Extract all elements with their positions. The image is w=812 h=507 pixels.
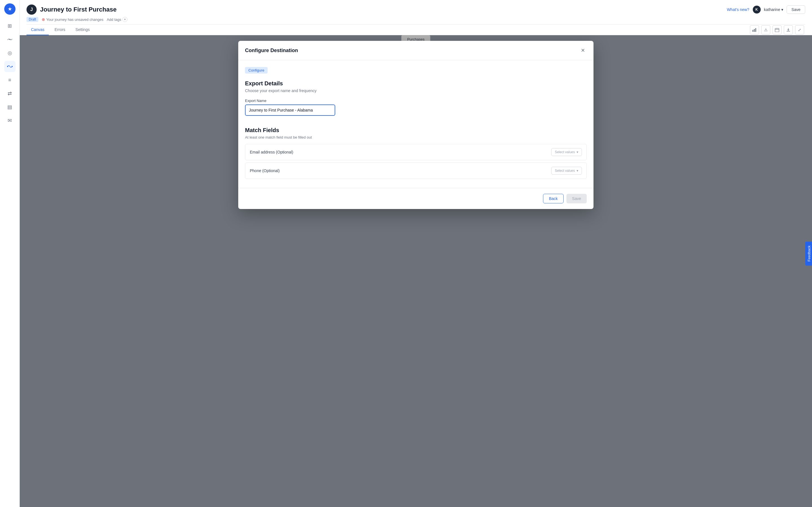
add-tags-plus-icon: + xyxy=(122,17,128,22)
sidebar-item-journey[interactable] xyxy=(4,61,15,72)
tab-settings[interactable]: Settings xyxy=(71,24,94,35)
svg-rect-4 xyxy=(754,29,755,32)
page-title: Journey to First Purchase xyxy=(40,6,116,13)
phone-field-label: Phone (Optional) xyxy=(250,168,280,173)
draft-badge: Draft xyxy=(27,17,38,22)
bar-chart-icon[interactable] xyxy=(750,25,759,34)
export-name-input[interactable] xyxy=(245,105,335,116)
close-icon[interactable]: ✕ xyxy=(579,47,587,54)
match-fields-section: Match Fields At least one match field mu… xyxy=(245,127,587,179)
modal-footer: Back Save xyxy=(238,188,594,209)
unsaved-warning: ⊗ Your journey has unsaved changes xyxy=(42,17,103,22)
page-header: J Journey to First Purchase What's new? … xyxy=(20,0,812,35)
sidebar-item-transfer[interactable]: ⇄ xyxy=(4,88,15,99)
tabs-bar: Canvas Errors Settings ⚠ ⤢ xyxy=(27,24,805,35)
tab-canvas[interactable]: Canvas xyxy=(27,24,49,35)
user-avatar: K xyxy=(753,6,761,13)
calendar-icon[interactable] xyxy=(772,25,781,34)
header-actions: What's new? K katharine ▾ Save xyxy=(727,5,805,14)
save-button[interactable]: Save xyxy=(786,5,805,14)
modal-save-button[interactable]: Save xyxy=(566,194,587,203)
export-details-section: Export Details Choose your export name a… xyxy=(245,80,587,116)
sidebar-item-list[interactable]: ≡ xyxy=(4,74,15,86)
sidebar-item-mail[interactable]: ✉ xyxy=(4,115,15,126)
modal-overlay: Configure Destination ✕ Configure Export… xyxy=(20,35,812,507)
sidebar-item-signal[interactable] xyxy=(4,34,15,45)
phone-match-field: Phone (Optional) Select values ▾ xyxy=(245,163,587,179)
header-top: J Journey to First Purchase What's new? … xyxy=(27,0,805,17)
svg-rect-5 xyxy=(755,28,756,32)
email-match-field: Email address (Optional) Select values ▾ xyxy=(245,144,587,160)
email-select-values-button[interactable]: Select values ▾ xyxy=(551,148,582,156)
warning-triangle-icon[interactable]: ⚠ xyxy=(761,25,770,34)
whats-new-link[interactable]: What's new? xyxy=(727,7,749,12)
svg-point-1 xyxy=(7,66,8,67)
export-details-title: Export Details xyxy=(245,80,587,87)
expand-icon[interactable]: ⤢ xyxy=(795,25,804,34)
svg-point-2 xyxy=(11,66,13,67)
export-name-label: Export Name xyxy=(245,99,587,103)
back-button[interactable]: Back xyxy=(543,194,564,203)
journey-title-row: J Journey to First Purchase xyxy=(27,4,116,15)
sidebar-item-compass[interactable]: ◎ xyxy=(4,47,15,59)
svg-rect-3 xyxy=(753,30,753,32)
canvas-area[interactable]: Purchases Configure Destination ✕ Config… xyxy=(20,35,812,507)
download-icon[interactable] xyxy=(784,25,793,34)
phone-select-values-button[interactable]: Select values ▾ xyxy=(551,167,582,175)
match-field-hint: At least one match field must be filled … xyxy=(245,135,587,139)
add-tags-button[interactable]: Add tags + xyxy=(107,17,128,22)
export-details-desc: Choose your export name and frequency xyxy=(245,89,587,93)
modal-title: Configure Destination xyxy=(245,48,298,54)
sidebar-item-table[interactable]: ▤ xyxy=(4,101,15,113)
email-field-label: Email address (Optional) xyxy=(250,150,293,154)
modal-header: Configure Destination ✕ xyxy=(238,41,594,60)
tabs-right: ⚠ ⤢ xyxy=(750,25,805,34)
svg-rect-6 xyxy=(775,29,779,32)
configure-destination-modal: Configure Destination ✕ Configure Export… xyxy=(238,41,594,209)
alert-circle-icon: ⊗ xyxy=(42,17,45,22)
configure-tab[interactable]: Configure xyxy=(245,67,267,73)
svg-point-0 xyxy=(9,39,10,40)
header-meta: Draft ⊗ Your journey has unsaved changes… xyxy=(27,17,805,24)
tab-errors[interactable]: Errors xyxy=(50,24,70,35)
feedback-tab[interactable]: Feedback xyxy=(805,241,812,265)
modal-body: Configure Export Details Choose your exp… xyxy=(238,60,594,188)
app-logo[interactable]: ★ xyxy=(4,3,15,15)
main-content: J Journey to First Purchase What's new? … xyxy=(20,0,812,507)
sidebar-item-grid[interactable]: ⊞ xyxy=(4,20,15,32)
user-name[interactable]: katharine ▾ xyxy=(764,7,783,12)
journey-avatar: J xyxy=(27,4,37,15)
sidebar: ★ ⊞ ◎ ≡ ⇄ ▤ ✉ xyxy=(0,0,20,507)
tabs-left: Canvas Errors Settings xyxy=(27,24,94,35)
match-fields-title: Match Fields xyxy=(245,127,587,133)
